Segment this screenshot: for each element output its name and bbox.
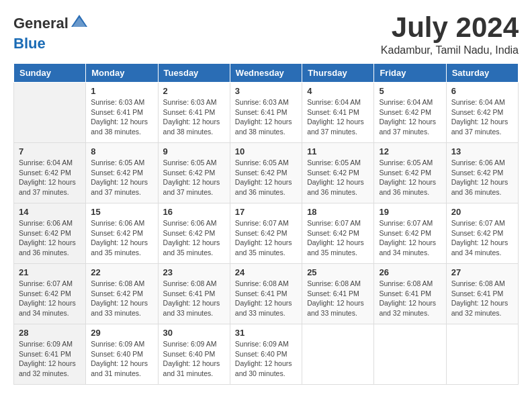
day-info: Sunrise: 6:06 AM Sunset: 6:42 PM Dayligh… — [163, 218, 225, 258]
day-number: 30 — [163, 328, 225, 338]
calendar-cell: 14Sunrise: 6:06 AM Sunset: 6:42 PM Dayli… — [14, 203, 86, 264]
day-number: 23 — [163, 267, 225, 277]
weekday-header-row: SundayMondayTuesdayWednesdayThursdayFrid… — [14, 64, 519, 83]
day-info: Sunrise: 6:05 AM Sunset: 6:42 PM Dayligh… — [235, 158, 297, 197]
calendar-cell: 3Sunrise: 6:03 AM Sunset: 6:41 PM Daylig… — [230, 83, 302, 143]
logo-general-text: General — [13, 15, 69, 32]
calendar-cell: 22Sunrise: 6:08 AM Sunset: 6:42 PM Dayli… — [86, 264, 158, 324]
calendar-body: 1Sunrise: 6:03 AM Sunset: 6:41 PM Daylig… — [14, 83, 519, 385]
calendar-table: SundayMondayTuesdayWednesdayThursdayFrid… — [13, 63, 519, 385]
day-number: 21 — [19, 267, 81, 277]
day-info: Sunrise: 6:08 AM Sunset: 6:41 PM Dayligh… — [451, 279, 513, 318]
day-number: 29 — [91, 328, 152, 338]
weekday-sunday: Sunday — [14, 64, 86, 83]
day-info: Sunrise: 6:08 AM Sunset: 6:41 PM Dayligh… — [379, 279, 441, 318]
day-number: 25 — [307, 267, 369, 277]
calendar-cell: 2Sunrise: 6:03 AM Sunset: 6:41 PM Daylig… — [158, 83, 230, 143]
calendar-cell: 25Sunrise: 6:08 AM Sunset: 6:41 PM Dayli… — [302, 264, 374, 324]
day-number: 8 — [91, 146, 152, 156]
calendar-cell — [14, 83, 86, 143]
calendar-cell: 28Sunrise: 6:09 AM Sunset: 6:41 PM Dayli… — [14, 324, 86, 385]
day-number: 7 — [19, 146, 81, 156]
day-info: Sunrise: 6:05 AM Sunset: 6:42 PM Dayligh… — [91, 158, 152, 197]
day-info: Sunrise: 6:06 AM Sunset: 6:42 PM Dayligh… — [451, 158, 513, 197]
week-row-5: 28Sunrise: 6:09 AM Sunset: 6:41 PM Dayli… — [14, 324, 519, 385]
weekday-thursday: Thursday — [302, 64, 374, 83]
title-block: July 2024 Kadambur, Tamil Nadu, India — [381, 13, 519, 56]
calendar-cell: 18Sunrise: 6:07 AM Sunset: 6:42 PM Dayli… — [302, 203, 374, 264]
day-info: Sunrise: 6:07 AM Sunset: 6:42 PM Dayligh… — [307, 218, 369, 258]
day-number: 2 — [163, 86, 225, 96]
calendar-cell — [446, 324, 518, 385]
calendar-cell — [374, 324, 446, 385]
week-row-2: 7Sunrise: 6:04 AM Sunset: 6:42 PM Daylig… — [14, 143, 519, 203]
location: Kadambur, Tamil Nadu, India — [381, 44, 519, 56]
day-number: 31 — [235, 328, 297, 338]
day-info: Sunrise: 6:05 AM Sunset: 6:42 PM Dayligh… — [379, 158, 441, 197]
day-number: 3 — [235, 86, 297, 96]
day-info: Sunrise: 6:07 AM Sunset: 6:42 PM Dayligh… — [379, 218, 441, 258]
calendar-cell: 20Sunrise: 6:07 AM Sunset: 6:42 PM Dayli… — [446, 203, 518, 264]
weekday-saturday: Saturday — [446, 64, 518, 83]
calendar-cell: 4Sunrise: 6:04 AM Sunset: 6:41 PM Daylig… — [302, 83, 374, 143]
calendar-cell: 21Sunrise: 6:07 AM Sunset: 6:42 PM Dayli… — [14, 264, 86, 324]
calendar-cell: 19Sunrise: 6:07 AM Sunset: 6:42 PM Dayli… — [374, 203, 446, 264]
calendar-cell: 27Sunrise: 6:08 AM Sunset: 6:41 PM Dayli… — [446, 264, 518, 324]
day-info: Sunrise: 6:09 AM Sunset: 6:40 PM Dayligh… — [91, 339, 152, 379]
day-info: Sunrise: 6:06 AM Sunset: 6:42 PM Dayligh… — [19, 218, 81, 258]
day-number: 9 — [163, 146, 225, 156]
day-number: 13 — [451, 146, 513, 156]
calendar-cell: 24Sunrise: 6:08 AM Sunset: 6:41 PM Dayli… — [230, 264, 302, 324]
logo-icon — [70, 13, 89, 36]
calendar-cell: 23Sunrise: 6:08 AM Sunset: 6:41 PM Dayli… — [158, 264, 230, 324]
day-number: 12 — [379, 146, 441, 156]
day-number: 10 — [235, 146, 297, 156]
day-info: Sunrise: 6:09 AM Sunset: 6:41 PM Dayligh… — [19, 339, 81, 379]
day-info: Sunrise: 6:07 AM Sunset: 6:42 PM Dayligh… — [19, 279, 81, 318]
day-number: 24 — [235, 267, 297, 277]
day-number: 18 — [307, 207, 369, 217]
day-info: Sunrise: 6:03 AM Sunset: 6:41 PM Dayligh… — [235, 97, 297, 137]
logo-blue-text: Blue — [13, 35, 46, 52]
day-info: Sunrise: 6:09 AM Sunset: 6:40 PM Dayligh… — [235, 339, 297, 379]
week-row-4: 21Sunrise: 6:07 AM Sunset: 6:42 PM Dayli… — [14, 264, 519, 324]
calendar-cell: 1Sunrise: 6:03 AM Sunset: 6:41 PM Daylig… — [86, 83, 158, 143]
day-number: 15 — [91, 207, 152, 217]
day-info: Sunrise: 6:08 AM Sunset: 6:42 PM Dayligh… — [91, 279, 152, 318]
day-number: 19 — [379, 207, 441, 217]
day-info: Sunrise: 6:03 AM Sunset: 6:41 PM Dayligh… — [91, 97, 152, 137]
day-number: 14 — [19, 207, 81, 217]
calendar-cell: 5Sunrise: 6:04 AM Sunset: 6:42 PM Daylig… — [374, 83, 446, 143]
day-info: Sunrise: 6:04 AM Sunset: 6:42 PM Dayligh… — [19, 158, 81, 197]
day-number: 16 — [163, 207, 225, 217]
day-info: Sunrise: 6:08 AM Sunset: 6:41 PM Dayligh… — [163, 279, 225, 318]
day-info: Sunrise: 6:05 AM Sunset: 6:42 PM Dayligh… — [307, 158, 369, 197]
day-info: Sunrise: 6:07 AM Sunset: 6:42 PM Dayligh… — [451, 218, 513, 258]
weekday-friday: Friday — [374, 64, 446, 83]
calendar-cell: 11Sunrise: 6:05 AM Sunset: 6:42 PM Dayli… — [302, 143, 374, 203]
week-row-3: 14Sunrise: 6:06 AM Sunset: 6:42 PM Dayli… — [14, 203, 519, 264]
calendar-cell: 30Sunrise: 6:09 AM Sunset: 6:40 PM Dayli… — [158, 324, 230, 385]
calendar-cell: 8Sunrise: 6:05 AM Sunset: 6:42 PM Daylig… — [86, 143, 158, 203]
day-number: 20 — [451, 207, 513, 217]
day-info: Sunrise: 6:04 AM Sunset: 6:42 PM Dayligh… — [379, 97, 441, 137]
day-number: 28 — [19, 328, 81, 338]
weekday-wednesday: Wednesday — [230, 64, 302, 83]
day-info: Sunrise: 6:08 AM Sunset: 6:41 PM Dayligh… — [307, 279, 369, 318]
calendar-cell: 31Sunrise: 6:09 AM Sunset: 6:40 PM Dayli… — [230, 324, 302, 385]
day-info: Sunrise: 6:06 AM Sunset: 6:42 PM Dayligh… — [91, 218, 152, 258]
calendar-cell: 12Sunrise: 6:05 AM Sunset: 6:42 PM Dayli… — [374, 143, 446, 203]
day-info: Sunrise: 6:04 AM Sunset: 6:42 PM Dayligh… — [451, 97, 513, 137]
day-info: Sunrise: 6:09 AM Sunset: 6:40 PM Dayligh… — [163, 339, 225, 379]
month-title: July 2024 — [381, 13, 519, 42]
day-number: 27 — [451, 267, 513, 277]
day-info: Sunrise: 6:07 AM Sunset: 6:42 PM Dayligh… — [235, 218, 297, 258]
day-info: Sunrise: 6:05 AM Sunset: 6:42 PM Dayligh… — [163, 158, 225, 197]
weekday-tuesday: Tuesday — [158, 64, 230, 83]
logo: General Blue — [13, 13, 90, 52]
day-info: Sunrise: 6:08 AM Sunset: 6:41 PM Dayligh… — [235, 279, 297, 318]
calendar-cell: 17Sunrise: 6:07 AM Sunset: 6:42 PM Dayli… — [230, 203, 302, 264]
calendar-cell: 6Sunrise: 6:04 AM Sunset: 6:42 PM Daylig… — [446, 83, 518, 143]
day-number: 5 — [379, 86, 441, 96]
calendar-cell: 29Sunrise: 6:09 AM Sunset: 6:40 PM Dayli… — [86, 324, 158, 385]
